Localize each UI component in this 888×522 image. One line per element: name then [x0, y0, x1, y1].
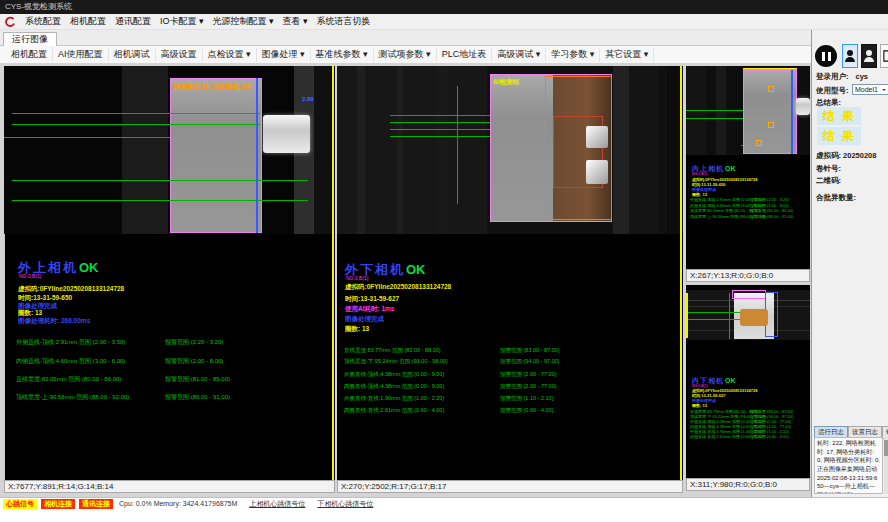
edge-value-label: 2.88 — [302, 96, 314, 102]
result-ok-label: OK — [725, 377, 736, 384]
measure-line — [12, 113, 260, 114]
elapsed-line: 图像处理耗时: 266.00ms — [18, 317, 90, 326]
image-band — [629, 66, 659, 234]
right-panel: 登录用户:cys 使用型号: Model1 总结果: 结 果 结 果 虚拟码: … — [811, 30, 888, 497]
virtual-code-value: 20250208 — [843, 151, 876, 160]
comm-connection-badge: 通讯连接 — [79, 499, 113, 509]
ng-note: NG:0,B(1) — [692, 172, 708, 176]
login-user-value: cys — [856, 72, 869, 81]
app-logo-icon — [4, 16, 16, 28]
edge-marker-line — [791, 70, 793, 154]
anchor-square — [756, 140, 762, 146]
time-line: 时间:13-31-59-627 — [345, 295, 399, 304]
model-label: 使用型号: — [816, 86, 849, 95]
toolbar-spot-check[interactable]: 点检设置 ▾ — [203, 47, 257, 62]
toolbar-learn-params[interactable]: 学习参数 ▾ — [546, 47, 600, 62]
cpu-memory-status: Cpu: 0.0% Memory: 3424.41796875M — [119, 500, 237, 507]
toolbar-camera-debug[interactable]: 相机调试 — [109, 47, 156, 62]
toolbar-baseline-params[interactable]: 基准线参数 ▾ — [311, 47, 374, 62]
menu-item-comm-config[interactable]: 通讯配置 — [115, 15, 151, 28]
edge-marker-line — [256, 78, 258, 233]
frame-boundary-line — [680, 66, 682, 480]
toolbar-camera-config[interactable]: 相机配置 — [6, 47, 53, 62]
toolbar-test-params[interactable]: 测试项参数 ▾ — [374, 47, 437, 62]
process-done-line: 图像处理完成 — [345, 315, 384, 324]
toolbar: 相机配置 AI使用配置 相机调试 高级设置 点检设置 ▾ 图像处理 ▾ 基准线参… — [0, 46, 811, 64]
statusbar: 心跳信号 相机连接 通讯连接 Cpu: 0.0% Memory: 3424.41… — [0, 497, 888, 509]
lower-camera-heartbeat-link[interactable]: 下相机心跳信号位 — [317, 499, 373, 509]
ng-note: NG:0,B(1) — [346, 275, 369, 281]
model-row: 使用型号: Model1 — [816, 86, 849, 96]
model-select[interactable]: Model1 — [852, 84, 888, 95]
exit-button[interactable] — [880, 44, 888, 68]
user-login-button[interactable] — [842, 44, 858, 68]
menu-item-io-config[interactable]: IO卡配置 ▾ — [160, 15, 204, 28]
toolbar-advanced-settings[interactable]: 高级设置 — [156, 47, 203, 62]
pause-button[interactable] — [813, 43, 839, 69]
heartbeat-badge: 心跳信号 — [3, 499, 37, 509]
ai-box-label: AI检测框 — [493, 78, 519, 87]
measure-line — [12, 200, 308, 201]
log-scrollbar-thumb[interactable] — [884, 440, 888, 456]
anchor-square — [768, 122, 774, 128]
frame-boundary-line — [686, 293, 688, 338]
menu-item-language[interactable]: 系统语言切换 — [317, 15, 371, 28]
outer-lower-camera-image[interactable]: AI检测框 — [337, 66, 683, 234]
menu-item-view[interactable]: 查看 ▾ — [283, 15, 308, 28]
log-output: 耗时: 222, 网络检测耗时: 17, 网络分类耗时: 0, 网络视频分区耗时… — [814, 437, 883, 494]
inner-lower-camera-image[interactable] — [686, 290, 810, 340]
needle-label: 卷针号: — [816, 164, 841, 174]
menu-item-light-config[interactable]: 光源控制配置 ▾ — [213, 15, 274, 28]
toolbar-image-process[interactable]: 图像处理 ▾ — [257, 47, 311, 62]
virtual-code-label: 虚拟码: — [816, 151, 841, 160]
menubar: 系统配置 相机配置 通讯配置 IO卡配置 ▾ 光源控制配置 ▾ 查看 ▾ 系统语… — [0, 14, 888, 30]
toolbar-ai-config[interactable]: AI使用配置 — [53, 47, 109, 62]
toolbar-other-settings[interactable]: 其它设置 ▾ — [600, 47, 654, 62]
login-user-row: 登录用户:cys — [816, 72, 868, 82]
result-ok-label: OK — [725, 165, 736, 172]
cursor-pixel-status: X:267;Y:13;R:0;G:0;B:0 — [686, 269, 810, 282]
top-marker-line — [743, 69, 797, 70]
measure-line — [457, 86, 458, 204]
threshold-overlay-label: 静态阈值:93, 动态阈值:100 — [173, 83, 251, 92]
measure-line — [12, 124, 260, 125]
image-band — [613, 66, 629, 234]
cursor-pixel-status: X:311;Y:980;R:0;G:0;B:0 — [686, 478, 810, 491]
magenta-rect — [732, 290, 766, 299]
window-title: CYS-视觉检测系统 — [5, 2, 72, 11]
measure-line — [12, 180, 308, 181]
menu-item-camera-config[interactable]: 相机配置 — [70, 15, 106, 28]
loop-count-line: 圈数: 13 — [345, 325, 369, 334]
highlight-blob — [586, 126, 608, 148]
batch-count-label: 合批异数量: — [816, 193, 856, 203]
tab-bar: 运行图像 — [0, 30, 888, 46]
upper-camera-heartbeat-link[interactable]: 上相机心跳信号位 — [249, 499, 305, 509]
user-icon — [864, 50, 874, 63]
toolbar-plc-address[interactable]: PLC地址表 — [437, 47, 493, 62]
outer-upper-camera-image[interactable]: 静态阈值:93, 动态阈值:100 2.88 — [4, 66, 335, 234]
menu-item-system-config[interactable]: 系统配置 — [25, 15, 61, 28]
result-box-bottom: 结 果 — [817, 127, 861, 145]
log-scrollbar[interactable] — [884, 437, 888, 494]
anchor-square — [768, 86, 774, 92]
view-inner-upper-camera: 内上相机OK NG:0,B(1) 虚拟码:0FYIine202502081331… — [686, 66, 810, 282]
login-user-label: 登录用户: — [816, 72, 849, 81]
user-switch-button[interactable] — [861, 44, 877, 68]
qrcode-label: 二维码: — [816, 176, 841, 186]
ng-note: NG:0,B(1) — [19, 273, 42, 279]
exit-icon — [882, 49, 888, 63]
detected-part-region — [743, 70, 797, 154]
ai-elapsed-line: 使用AI耗时: 1ms — [345, 305, 394, 314]
frame-boundary-line — [332, 66, 334, 480]
user-icon — [845, 50, 855, 63]
image-band — [357, 66, 365, 234]
inner-upper-camera-image[interactable] — [686, 66, 810, 155]
toolbar-advanced-debug[interactable]: 高级调试 ▾ — [492, 47, 546, 62]
metal-tab — [263, 115, 310, 153]
metal-tab — [796, 98, 810, 115]
virtual-code-line: 虚拟码:0FYIine20250208133124728 — [345, 283, 451, 292]
content-area: 静态阈值:93, 动态阈值:100 2.88 外上相机OK NG:0,B(1) … — [0, 64, 811, 497]
result-ok-label: OK — [406, 262, 426, 277]
pause-icon — [815, 45, 837, 67]
tab-run-image[interactable]: 运行图像 — [3, 32, 57, 46]
